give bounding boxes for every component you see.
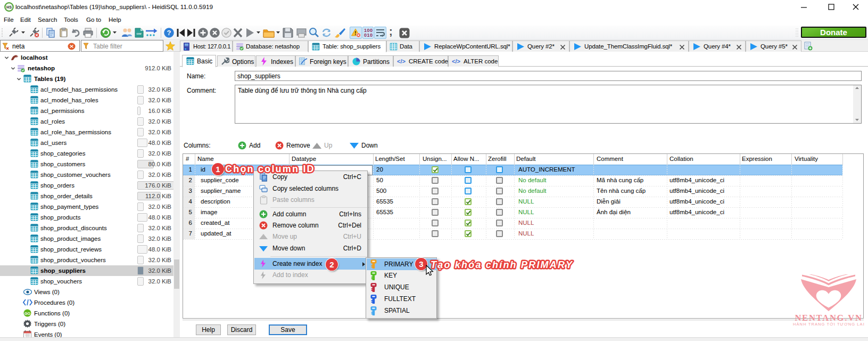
svg-text:?: ? [167, 29, 171, 37]
svg-text:Chọn column ID: Chọn column ID [225, 164, 315, 174]
svg-text:GO: GO [24, 312, 30, 315]
svg-text:csv: csv [136, 32, 142, 35]
svg-text:HS: HS [6, 5, 12, 10]
svg-text:Tạo khóa chính PRIMARY: Tạo khóa chính PRIMARY [431, 259, 573, 270]
